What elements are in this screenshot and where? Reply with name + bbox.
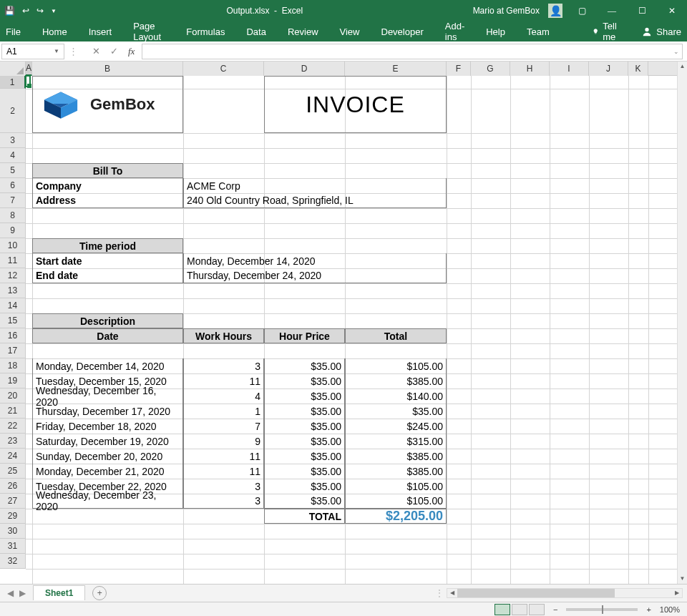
column-header[interactable]: I bbox=[550, 62, 589, 76]
minimize-icon[interactable]: ― bbox=[601, 6, 623, 16]
tab-view[interactable]: View bbox=[340, 26, 360, 37]
row-header[interactable]: 30 bbox=[0, 524, 26, 539]
row-header[interactable]: 1 bbox=[0, 76, 26, 89]
sheet-tab[interactable]: Sheet1 bbox=[33, 585, 85, 600]
column-header[interactable]: D bbox=[264, 62, 345, 76]
undo-icon[interactable]: ↩ bbox=[22, 6, 29, 16]
spreadsheet-grid[interactable]: ABCDEFGHIJK 1234567891011121314151617181… bbox=[0, 62, 687, 584]
cell-date: Sunday, December 20, 2020 bbox=[32, 449, 183, 464]
select-all-corner[interactable] bbox=[0, 62, 26, 76]
row-header[interactable]: 32 bbox=[0, 554, 26, 569]
avatar-icon[interactable]: 👤 bbox=[548, 4, 562, 18]
row-header[interactable]: 8 bbox=[0, 208, 26, 223]
cancel-icon[interactable]: ✕ bbox=[92, 46, 100, 57]
tab-data[interactable]: Data bbox=[246, 26, 265, 37]
horizontal-scrollbar[interactable]: ◀ ▶ bbox=[447, 588, 683, 598]
new-sheet-icon[interactable]: + bbox=[92, 586, 107, 600]
tab-addins[interactable]: Add-ins bbox=[445, 21, 464, 42]
row-header[interactable]: 11 bbox=[0, 253, 26, 268]
formula-bar[interactable]: ⌄ bbox=[142, 44, 683, 59]
zoom-out-icon[interactable]: − bbox=[553, 605, 557, 614]
scroll-up-icon[interactable]: ▲ bbox=[678, 62, 687, 72]
row-header[interactable]: 31 bbox=[0, 539, 26, 554]
name-box[interactable]: A1▼ bbox=[1, 44, 64, 59]
vertical-scrollbar[interactable]: ▲ ▼ bbox=[677, 62, 687, 584]
row-header[interactable]: 18 bbox=[0, 358, 26, 373]
row-header[interactable]: 5 bbox=[0, 163, 26, 178]
tab-formulas[interactable]: Formulas bbox=[186, 26, 225, 37]
cell-total: $105.00 bbox=[345, 479, 447, 494]
tab-pagelayout[interactable]: Page Layout bbox=[133, 21, 165, 42]
row-header[interactable]: 14 bbox=[0, 298, 26, 313]
logo-cell: GemBox bbox=[32, 76, 183, 133]
row-header[interactable]: 23 bbox=[0, 434, 26, 449]
column-header[interactable]: C bbox=[183, 62, 264, 76]
cell-price: $35.00 bbox=[264, 404, 345, 419]
tell-me[interactable]: Tell me bbox=[593, 21, 621, 42]
maximize-icon[interactable]: ☐ bbox=[631, 6, 653, 16]
normal-view-icon[interactable] bbox=[494, 604, 510, 615]
column-header[interactable]: H bbox=[510, 62, 550, 76]
zoom-in-icon[interactable]: + bbox=[646, 605, 651, 614]
accept-icon[interactable]: ✓ bbox=[110, 46, 118, 57]
row-header[interactable]: 9 bbox=[0, 223, 26, 238]
ribbon-options-icon[interactable]: ▢ bbox=[571, 6, 593, 16]
address-label: Address bbox=[32, 193, 183, 208]
row-header[interactable]: 12 bbox=[0, 268, 26, 283]
save-icon[interactable]: 💾 bbox=[4, 6, 15, 16]
tab-developer[interactable]: Developer bbox=[381, 26, 424, 37]
ribbon-tabs: File Home Insert Page Layout Formulas Da… bbox=[0, 21, 687, 41]
row-header[interactable]: 27 bbox=[0, 494, 26, 509]
column-header[interactable]: G bbox=[471, 62, 510, 76]
column-header[interactable]: J bbox=[589, 62, 628, 76]
expand-formula-icon[interactable]: ⌄ bbox=[673, 48, 679, 55]
row-header[interactable]: 21 bbox=[0, 404, 26, 419]
zoom-slider[interactable] bbox=[566, 608, 638, 611]
row-header[interactable]: 16 bbox=[0, 328, 26, 343]
tab-nav-prev-icon[interactable]: ◀ bbox=[7, 588, 14, 598]
page-layout-view-icon[interactable] bbox=[512, 604, 527, 615]
row-header[interactable]: 29 bbox=[0, 509, 26, 524]
tab-file[interactable]: File bbox=[6, 26, 21, 37]
redo-icon[interactable]: ↪ bbox=[36, 6, 44, 16]
row-header[interactable]: 15 bbox=[0, 313, 26, 328]
cell-total: $35.00 bbox=[345, 404, 447, 419]
scroll-down-icon[interactable]: ▼ bbox=[678, 574, 687, 584]
cell-total: $105.00 bbox=[345, 494, 447, 509]
row-header[interactable]: 25 bbox=[0, 464, 26, 479]
share-button[interactable]: Share bbox=[642, 26, 681, 37]
chevron-down-icon[interactable]: ▼ bbox=[54, 48, 59, 54]
scroll-left-icon[interactable]: ◀ bbox=[447, 589, 457, 597]
scroll-right-icon[interactable]: ▶ bbox=[672, 589, 682, 597]
row-header[interactable]: 10 bbox=[0, 238, 26, 253]
row-header[interactable]: 6 bbox=[0, 178, 26, 193]
fx-icon[interactable]: fx bbox=[128, 46, 135, 57]
row-header[interactable]: 13 bbox=[0, 283, 26, 298]
row-header[interactable]: 24 bbox=[0, 449, 26, 464]
cell-price: $35.00 bbox=[264, 434, 345, 449]
row-header[interactable]: 22 bbox=[0, 419, 26, 434]
column-header[interactable]: A bbox=[26, 62, 32, 76]
qat-dropdown-icon[interactable]: ▼ bbox=[51, 8, 57, 14]
column-header[interactable]: E bbox=[345, 62, 447, 76]
column-header[interactable]: K bbox=[628, 62, 648, 76]
tab-nav-next-icon[interactable]: ▶ bbox=[19, 588, 26, 598]
tab-help[interactable]: Help bbox=[486, 26, 505, 37]
row-header[interactable]: 19 bbox=[0, 373, 26, 388]
row-header[interactable]: 4 bbox=[0, 148, 26, 163]
row-header[interactable]: 20 bbox=[0, 388, 26, 404]
column-header[interactable]: F bbox=[447, 62, 471, 76]
tab-review[interactable]: Review bbox=[288, 26, 318, 37]
tab-insert[interactable]: Insert bbox=[89, 26, 112, 37]
column-header[interactable]: B bbox=[32, 62, 183, 76]
row-header[interactable]: 2 bbox=[0, 89, 26, 133]
row-header[interactable]: 7 bbox=[0, 193, 26, 208]
row-header[interactable]: 3 bbox=[0, 133, 26, 148]
row-header[interactable]: 26 bbox=[0, 479, 26, 494]
zoom-level[interactable]: 100% bbox=[660, 605, 680, 614]
close-icon[interactable]: ✕ bbox=[661, 6, 683, 16]
tab-home[interactable]: Home bbox=[42, 26, 67, 37]
page-break-view-icon[interactable] bbox=[529, 604, 545, 615]
row-header[interactable]: 17 bbox=[0, 343, 26, 358]
tab-team[interactable]: Team bbox=[527, 26, 550, 37]
